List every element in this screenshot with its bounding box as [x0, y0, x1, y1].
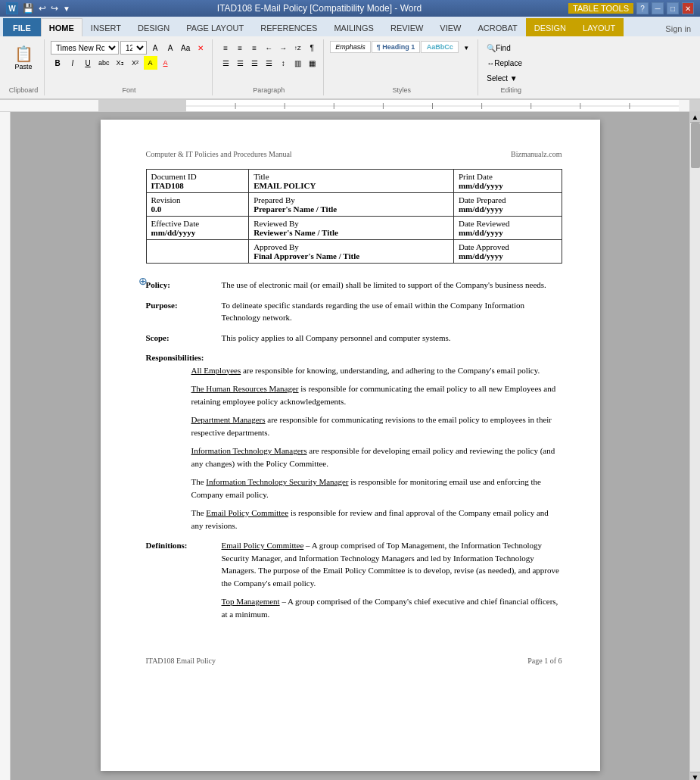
font-name-select[interactable]: Times New Ro... — [51, 41, 119, 55]
group-editing: 🔍 Find ↔ Replace Select ▼ Editing — [480, 39, 542, 95]
responsibilities-section: Responsibilities: All Employees are resp… — [146, 351, 562, 532]
cell-text: Prepared By — [254, 195, 449, 204]
align-center-button[interactable]: ☰ — [233, 56, 247, 70]
ribbon-content: 📋 Paste Clipboard Times New Ro... 12 A A — [0, 36, 700, 99]
scroll-track[interactable] — [690, 123, 701, 772]
align-right-button[interactable]: ☰ — [247, 56, 261, 70]
cell-text: Effective Date — [151, 219, 244, 228]
tab-review[interactable]: REVIEW — [382, 18, 431, 36]
scrollbar[interactable]: ▲ ▼ — [689, 112, 700, 780]
tab-page-layout[interactable]: PAGE LAYOUT — [178, 18, 252, 36]
tab-view[interactable]: VIEW — [431, 18, 469, 36]
bullet-underline-text: Email Policy Committee — [206, 508, 288, 517]
bold-button[interactable]: B — [51, 56, 64, 70]
quick-access-more[interactable]: ▼ — [63, 5, 70, 13]
ruler-right-margin — [689, 100, 700, 111]
font-shrink-button[interactable]: A — [163, 41, 177, 55]
style-emphasis[interactable]: Emphasis — [330, 41, 371, 53]
style-heading2-label: AaBbCc — [427, 43, 453, 51]
scope-row: Scope: This policy applies to all Compan… — [146, 332, 562, 345]
restore-button[interactable]: □ — [667, 2, 679, 14]
ruler-content[interactable] — [186, 100, 679, 111]
line-spacing-button[interactable]: ↕ — [276, 56, 290, 70]
close-button[interactable]: ✕ — [682, 2, 694, 14]
tab-table-layout[interactable]: LAYOUT — [574, 18, 624, 36]
find-icon: 🔍 — [487, 44, 496, 52]
table-row: Effective Date mm/dd/yyyy Reviewed By Re… — [146, 217, 562, 240]
policy-label: Policy: — [146, 279, 214, 292]
align-left-button[interactable]: ☰ — [219, 56, 232, 70]
table-cell: Date Reviewed mm/dd/yyyy — [453, 217, 562, 240]
font-color-button[interactable]: A — [159, 56, 173, 70]
increase-indent-button[interactable]: → — [276, 41, 290, 55]
bullet-underline-text: Information Technology Managers — [191, 446, 307, 455]
tab-table-design[interactable]: DESIGN — [526, 18, 574, 36]
tab-references[interactable]: REFERENCES — [252, 18, 325, 36]
style-heading1[interactable]: ¶ Heading 1 — [372, 41, 421, 53]
cell-text: Document ID — [151, 172, 244, 181]
subscript-button[interactable]: X₂ — [114, 56, 127, 70]
scroll-up-button[interactable]: ▲ — [690, 112, 701, 123]
bullets-button[interactable]: ≡ — [219, 41, 232, 55]
tab-file[interactable]: FILE — [3, 18, 41, 36]
styles-group-label: Styles — [392, 85, 411, 94]
font-grow-button[interactable]: A — [148, 41, 162, 55]
ribbon: FILE HOME INSERT DESIGN PAGE LAYOUT REFE… — [0, 17, 700, 100]
paste-button[interactable]: 📋 Paste — [8, 41, 39, 74]
table-row: Document ID ITAD108 Title EMAIL POLICY P… — [146, 170, 562, 193]
borders-button[interactable]: ▦ — [305, 56, 319, 70]
clear-format-button[interactable]: ✕ — [194, 41, 207, 55]
title-bar: W 💾 ↩ ↪ ▼ ITAD108 E-Mail Policy [Compati… — [0, 0, 700, 17]
font-size-select[interactable]: 12 — [120, 41, 147, 55]
window-controls: TABLE TOOLS ? ─ □ ✕ — [568, 2, 694, 14]
sign-in-link[interactable]: Sign in — [659, 21, 697, 36]
sort-button[interactable]: ↑Z — [291, 41, 304, 55]
scroll-area[interactable]: ⊕ Computer & IT Policies and Procedures … — [11, 112, 689, 780]
strikethrough-button[interactable]: abc — [96, 56, 112, 70]
change-case-button[interactable]: Aa — [179, 41, 192, 55]
shading-button[interactable]: ▥ — [291, 56, 304, 70]
italic-button[interactable]: I — [66, 56, 79, 70]
tab-acrobat[interactable]: ACROBAT — [469, 18, 525, 36]
header-left: Computer & IT Policies and Procedures Ma… — [146, 150, 292, 158]
table-cell: Prepared By Preparer's Name / Title — [249, 193, 454, 217]
scroll-thumb[interactable] — [691, 123, 700, 168]
def-underline-text2: Top Management — [222, 597, 280, 606]
replace-button[interactable]: ↔ Replace — [484, 56, 537, 70]
tab-design[interactable]: DESIGN — [129, 18, 178, 36]
group-font: Times New Ro... 12 A A Aa ✕ B I U abc X₂ — [46, 39, 213, 95]
vertical-ruler — [0, 112, 11, 780]
quick-access-save[interactable]: 💾 — [23, 3, 34, 14]
minimize-button[interactable]: ─ — [652, 2, 664, 14]
quick-access-undo[interactable]: ↩ — [39, 3, 46, 14]
tab-insert[interactable]: INSERT — [82, 18, 129, 36]
tab-home[interactable]: HOME — [41, 18, 82, 36]
select-button[interactable]: Select ▼ — [484, 71, 537, 85]
font-row1: Times New Ro... 12 A A Aa ✕ — [51, 41, 207, 55]
justify-button[interactable]: ☰ — [262, 56, 275, 70]
table-cell: Print Date mm/dd/yyyy — [453, 170, 562, 193]
ribbon-tabs: FILE HOME INSERT DESIGN PAGE LAYOUT REFE… — [0, 17, 700, 36]
table-tools-label: TABLE TOOLS — [568, 3, 633, 14]
definitions-row: Definitions: Email Policy Committee – A … — [146, 539, 562, 626]
style-heading2[interactable]: AaBbCc — [421, 41, 459, 53]
decrease-indent-button[interactable]: ← — [262, 41, 275, 55]
list-item: Email Policy Committee – A group compris… — [222, 539, 562, 589]
numbering-button[interactable]: ≡ — [233, 41, 247, 55]
help-button[interactable]: ? — [636, 2, 649, 14]
underline-button[interactable]: U — [81, 56, 95, 70]
superscript-button[interactable]: X² — [129, 56, 142, 70]
show-marks-button[interactable]: ¶ — [305, 41, 319, 55]
bullet-underline-text: All Employees — [191, 366, 241, 375]
quick-access-redo[interactable]: ↪ — [51, 3, 58, 14]
svg-rect-10 — [0, 112, 11, 718]
document-page: ⊕ Computer & IT Policies and Procedures … — [101, 120, 600, 771]
tab-mailings[interactable]: MAILINGS — [325, 18, 382, 36]
find-button[interactable]: 🔍 Find — [484, 41, 537, 55]
add-table-button[interactable]: ⊕ — [138, 275, 148, 288]
multilevel-button[interactable]: ≡ — [247, 41, 261, 55]
editing-group-content: 🔍 Find ↔ Replace Select ▼ — [484, 41, 537, 85]
styles-more-button[interactable]: ▼ — [459, 41, 473, 55]
highlight-button[interactable]: A — [144, 56, 157, 70]
scroll-down-button[interactable]: ▼ — [690, 772, 701, 780]
